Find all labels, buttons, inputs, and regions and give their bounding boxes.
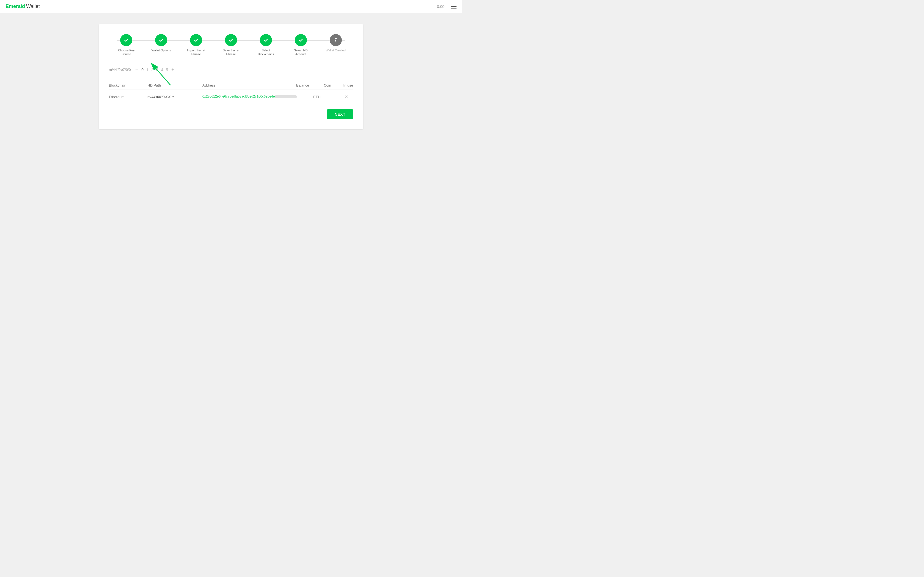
- td-hd-path[interactable]: m/44'/60'/0'/0/0▾: [147, 95, 202, 99]
- th-in-use: In use: [331, 83, 353, 87]
- step-select-hd-account: Select HD Account: [283, 34, 318, 56]
- menu-line-2: [451, 6, 457, 7]
- next-button[interactable]: NEXT: [327, 110, 353, 119]
- step-wallet-options: Wallet Options: [144, 34, 179, 52]
- step-label-wallet-options: Wallet Options: [152, 48, 171, 52]
- td-blockchain: Ethereum: [109, 95, 147, 99]
- step-circle-select-blockchains: [260, 34, 272, 46]
- step-label-wallet-created: Wallet Created: [326, 48, 346, 52]
- account-num-0[interactable]: 0: [141, 68, 144, 72]
- wizard-card: Choose Key SourceWallet OptionsImport Se…: [99, 24, 363, 129]
- step-select-blockchains: Select Blockchains: [248, 34, 283, 56]
- step-circle-import-secret-phrase: [190, 34, 202, 46]
- step-label-select-hd-account: Select HD Account: [289, 48, 313, 56]
- account-index-bar: m/44'/0'/0'/0/0 − 012345 +: [109, 67, 353, 74]
- step-label-select-blockchains: Select Blockchains: [254, 48, 278, 56]
- td-coin: ETH: [313, 95, 335, 99]
- account-num-5[interactable]: 5: [166, 68, 168, 72]
- app-header: Emerald Wallet 0.00: [0, 0, 462, 13]
- step-circle-wallet-created: 7: [330, 34, 342, 46]
- table-row: Ethereumm/44'/60'/0'/0/0▾0x280d12e6ffe6c…: [109, 91, 353, 103]
- td-in-use: ✕: [335, 94, 357, 100]
- menu-line-3: [451, 8, 457, 8]
- step-choose-key-source: Choose Key Source: [109, 34, 144, 56]
- app-logo: Emerald Wallet: [5, 3, 40, 9]
- account-num-4[interactable]: 4: [161, 68, 163, 72]
- in-use-x-icon[interactable]: ✕: [344, 94, 348, 100]
- td-balance: [275, 95, 313, 98]
- step-import-secret-phrase: Import Secret Phrase: [179, 34, 214, 56]
- balance-bar: [275, 95, 297, 98]
- header-right: 0.00: [437, 5, 457, 9]
- account-nav: − 012345 +: [135, 67, 174, 72]
- th-hd-path: HD Path: [147, 83, 202, 87]
- logo-emerald: Emerald: [5, 3, 25, 9]
- account-num-1[interactable]: 1: [146, 68, 149, 72]
- account-num-3[interactable]: 3: [156, 68, 158, 72]
- step-wallet-created: 7Wallet Created: [318, 34, 353, 52]
- step-label-import-secret-phrase: Import Secret Phrase: [184, 48, 208, 56]
- account-numbers: 012345: [141, 68, 168, 72]
- td-address: 0x280d12e6ffe6c76edfa53acf352d2c160c69be…: [202, 95, 275, 99]
- stepper: Choose Key SourceWallet OptionsImport Se…: [109, 34, 353, 56]
- account-num-2[interactable]: 2: [151, 68, 153, 72]
- menu-icon[interactable]: [451, 5, 457, 8]
- step-label-save-secret-phrase: Save Secret Phrase: [219, 48, 243, 56]
- logo-wallet: Wallet: [26, 3, 40, 9]
- button-row: NEXT: [109, 110, 353, 119]
- step-circle-select-hd-account: [295, 34, 307, 46]
- nav-minus-button[interactable]: −: [135, 67, 138, 72]
- th-coin: Coin: [309, 83, 331, 87]
- menu-line-1: [451, 5, 457, 5]
- step-save-secret-phrase: Save Secret Phrase: [214, 34, 249, 56]
- th-balance: Balance: [271, 83, 309, 87]
- hd-path-dropdown-icon[interactable]: ▾: [173, 95, 174, 98]
- account-path-label: m/44'/0'/0'/0/0: [109, 68, 131, 72]
- th-address: Address: [202, 83, 271, 87]
- main-content: Choose Key SourceWallet OptionsImport Se…: [0, 13, 462, 140]
- step-label-choose-key-source: Choose Key Source: [114, 48, 139, 56]
- step-circle-save-secret-phrase: [225, 34, 237, 46]
- table-header: Blockchain HD Path Address Balance Coin …: [109, 81, 353, 90]
- header-balance: 0.00: [437, 5, 444, 9]
- step-circle-wallet-options: [155, 34, 167, 46]
- nav-plus-button[interactable]: +: [171, 67, 174, 72]
- hd-path-value: m/44'/60'/0'/0/0: [147, 95, 171, 99]
- step-circle-choose-key-source: [120, 34, 132, 46]
- th-blockchain: Blockchain: [109, 83, 147, 87]
